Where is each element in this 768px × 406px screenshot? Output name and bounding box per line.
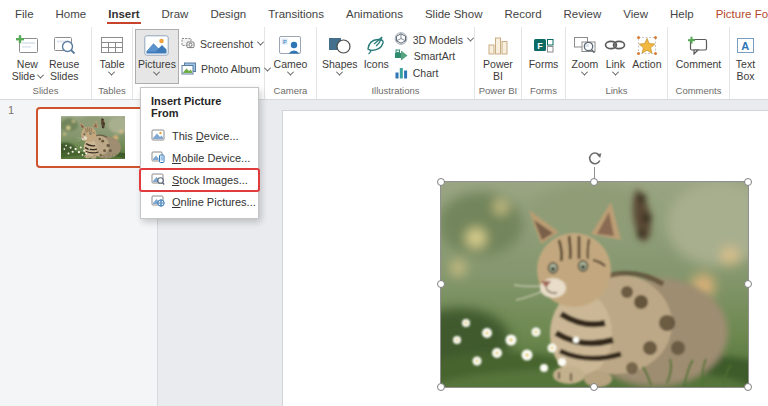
smartart-icon	[394, 49, 409, 63]
kitten-photo	[441, 182, 748, 387]
kitten-photo-thumbnail	[61, 116, 125, 159]
zoom-icon	[573, 32, 597, 58]
tab-help[interactable]: Help	[668, 3, 696, 25]
action-button[interactable]: Action	[629, 29, 664, 84]
resize-handle-ne[interactable]	[744, 178, 752, 186]
chart-button[interactable]: Chart	[394, 66, 474, 81]
menu-item-label: This Device...	[172, 130, 239, 142]
chevron-down-icon	[257, 39, 264, 46]
tab-transitions[interactable]: Transitions	[266, 3, 326, 25]
resize-handle-s[interactable]	[590, 383, 598, 391]
zoom-button[interactable]: Zoom	[568, 29, 601, 84]
screenshot-icon	[181, 37, 195, 51]
tab-record[interactable]: Record	[502, 3, 543, 25]
reuse-slides-label-2: Slides	[50, 70, 79, 82]
selected-picture[interactable]	[441, 182, 748, 387]
group-label-forms: Forms	[522, 84, 565, 99]
group-forms: F Forms Forms	[522, 27, 566, 99]
photo-album-icon	[181, 62, 196, 77]
3d-models-label: 3D Models	[413, 34, 463, 46]
insert-picture-from-menu: Insert Picture From This Device... Mobil…	[140, 87, 259, 219]
table-icon	[100, 32, 124, 58]
photo-album-label: Photo Album	[201, 63, 261, 75]
group-slides: New Slide Reuse Slides Slides	[0, 27, 92, 99]
text-box-label-2: Box	[736, 70, 754, 82]
photo-album-button[interactable]: Photo Album	[181, 62, 269, 77]
smartart-button[interactable]: SmartArt	[394, 49, 474, 63]
shapes-button[interactable]: Shapes	[319, 29, 361, 84]
menu-item-online-pictures[interactable]: Online Pictures...	[141, 191, 258, 213]
icons-label: Icons	[364, 58, 389, 70]
link-button[interactable]: Link	[601, 29, 629, 84]
svg-text:A: A	[741, 39, 749, 51]
screenshot-button[interactable]: Screenshot	[181, 37, 269, 51]
forms-button[interactable]: F Forms	[526, 29, 562, 84]
text-box-icon: A	[735, 32, 756, 58]
forms-icon: F	[533, 32, 554, 58]
comment-label: Comment	[676, 58, 722, 70]
chart-label: Chart	[413, 67, 439, 79]
menu-item-mobile-device[interactable]: Mobile Device...	[141, 147, 258, 169]
screenshot-label: Screenshot	[200, 38, 253, 50]
cameo-icon: P	[278, 32, 302, 58]
ribbon: New Slide Reuse Slides Slides Table	[0, 27, 768, 100]
action-label: Action	[632, 58, 661, 70]
group-comments: Comment Comments	[668, 27, 730, 99]
online-pictures-icon	[151, 195, 165, 209]
resize-handle-se[interactable]	[744, 383, 752, 391]
tab-slide-show[interactable]: Slide Show	[423, 3, 485, 25]
pictures-button[interactable]: Pictures	[135, 29, 179, 84]
comment-button[interactable]: Comment	[673, 29, 725, 84]
slide-thumbnail[interactable]	[36, 107, 150, 168]
group-links: Zoom Link Action Links	[566, 27, 668, 99]
group-text: A Text Box	[730, 27, 768, 99]
resize-handle-sw[interactable]	[437, 383, 445, 391]
resize-handle-w[interactable]	[437, 280, 445, 288]
tab-file[interactable]: File	[13, 3, 36, 25]
cameo-button[interactable]: P Cameo	[271, 29, 311, 84]
new-slide-icon	[15, 32, 39, 58]
shapes-icon	[328, 32, 351, 58]
text-box-label-1: Text	[736, 58, 755, 70]
tab-draw[interactable]: Draw	[160, 3, 191, 25]
menu-item-stock-images[interactable]: Stock Images...	[141, 169, 258, 191]
mobile-device-icon	[151, 151, 165, 165]
tab-picture-format[interactable]: Picture Format	[714, 3, 768, 25]
tab-view[interactable]: View	[621, 3, 650, 25]
group-label-camera: Camera	[265, 84, 316, 99]
pictures-icon	[144, 32, 169, 58]
3d-models-button[interactable]: 3D Models	[394, 32, 474, 47]
chevron-down-icon	[467, 35, 474, 42]
resize-handle-n[interactable]	[590, 178, 598, 186]
this-device-icon	[151, 129, 165, 143]
tab-home[interactable]: Home	[54, 3, 89, 25]
group-power-bi: Power BI Power BI	[475, 27, 522, 99]
resize-handle-e[interactable]	[744, 280, 752, 288]
new-slide-label-1: New	[17, 58, 38, 70]
power-bi-icon	[487, 32, 509, 58]
rotate-handle-icon[interactable]	[586, 150, 603, 167]
reuse-slides-icon	[52, 32, 76, 58]
reuse-slides-button[interactable]: Reuse Slides	[46, 29, 82, 84]
new-slide-button[interactable]: New Slide	[9, 29, 46, 84]
text-box-button[interactable]: A Text Box	[732, 29, 759, 84]
slide-number: 1	[8, 104, 14, 116]
menu-header: Insert Picture From	[141, 92, 258, 125]
power-bi-label-1: Power	[483, 58, 513, 70]
reuse-slides-label-1: Reuse	[49, 58, 79, 70]
tab-design[interactable]: Design	[208, 3, 248, 25]
smartart-label: SmartArt	[414, 50, 455, 62]
menu-item-label: Stock Images...	[172, 174, 248, 186]
icons-button[interactable]: Icons	[361, 29, 392, 84]
tab-review[interactable]: Review	[562, 3, 604, 25]
menu-item-this-device[interactable]: This Device...	[141, 125, 258, 147]
menu-item-label: Mobile Device...	[172, 152, 250, 164]
table-button[interactable]: Table	[96, 29, 127, 84]
group-label-power-bi: Power BI	[475, 84, 521, 99]
resize-handle-nw[interactable]	[437, 178, 445, 186]
power-bi-button[interactable]: Power BI	[480, 29, 516, 84]
tab-animations[interactable]: Animations	[344, 3, 405, 25]
menu-bar: File Home Insert Draw Design Transitions…	[0, 0, 768, 27]
tab-insert[interactable]: Insert	[106, 3, 141, 25]
group-label-comments: Comments	[668, 84, 729, 99]
